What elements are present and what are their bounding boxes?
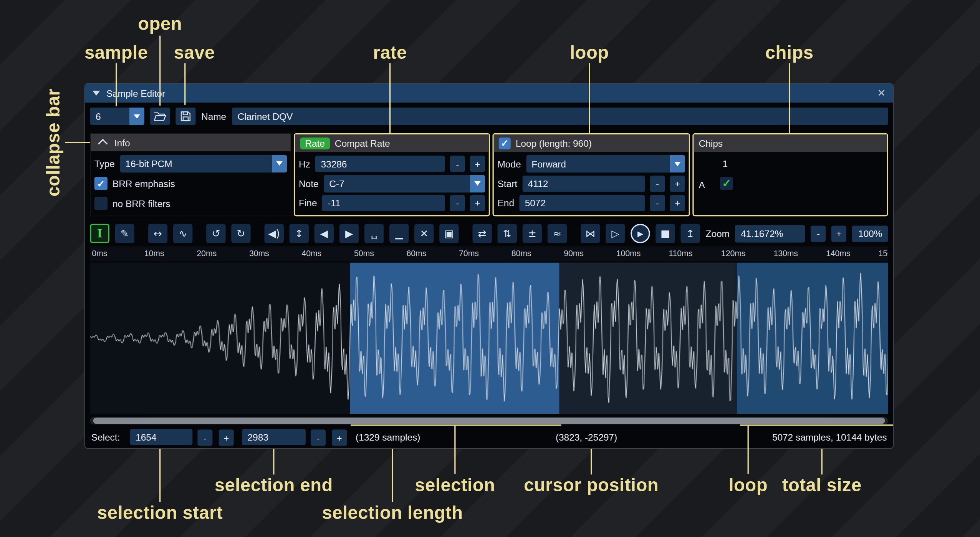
fade-in-button[interactable]: ◀ bbox=[315, 224, 334, 243]
annotation-line bbox=[454, 426, 455, 474]
annotation-sample: sample bbox=[84, 43, 148, 63]
no-brr-filters-label: no BRR filters bbox=[113, 198, 171, 209]
loop-start-increase-button[interactable]: + bbox=[670, 176, 685, 192]
window-close-button[interactable] bbox=[877, 88, 886, 98]
zoom-label: Zoom bbox=[706, 228, 730, 239]
annotation-selection-length: selection length bbox=[322, 503, 463, 524]
ruler-tick: 20ms bbox=[197, 249, 217, 258]
zoom-cluster: Zoom 41.1672% - + 100% bbox=[706, 225, 889, 242]
waveform-canvas[interactable] bbox=[90, 263, 888, 414]
chips-panel-header: Chips bbox=[694, 134, 887, 152]
scrollbar-thumb[interactable] bbox=[93, 418, 885, 424]
crossfade-button[interactable]: ⋈ bbox=[581, 224, 600, 243]
loop-end-input[interactable]: 5072 bbox=[519, 195, 645, 211]
chip-enable-checkbox[interactable] bbox=[720, 177, 733, 190]
stop-button[interactable]: ■ bbox=[656, 224, 675, 243]
loop-start-decrease-button[interactable]: - bbox=[650, 176, 665, 192]
selection-start-increase-button[interactable]: + bbox=[219, 429, 234, 446]
waveform-area[interactable] bbox=[90, 263, 888, 414]
zoom-out-button[interactable]: - bbox=[811, 225, 826, 242]
annotation-loop: loop bbox=[570, 43, 609, 63]
fine-input[interactable]: -11 bbox=[322, 195, 445, 211]
annotation-line bbox=[116, 63, 117, 106]
resize-button[interactable]: ↔ bbox=[148, 224, 167, 243]
ruler-tick: 40ms bbox=[301, 249, 321, 258]
selection-length-text: (1329 samples) bbox=[356, 432, 420, 443]
dropdown-arrow-icon[interactable] bbox=[470, 175, 485, 192]
redo-button[interactable]: ↻ bbox=[231, 224, 250, 243]
selection-end-increase-button[interactable]: + bbox=[332, 429, 347, 446]
dropdown-arrow-icon[interactable] bbox=[129, 108, 144, 125]
fine-increase-button[interactable]: + bbox=[470, 195, 485, 211]
dropdown-arrow-icon[interactable] bbox=[272, 155, 287, 172]
ruler-tick: 0ms bbox=[92, 249, 107, 258]
import-button[interactable]: ↥ bbox=[680, 224, 700, 243]
annotation-selection: selection bbox=[415, 475, 495, 496]
play-button[interactable]: ▶ bbox=[631, 224, 650, 243]
zoom-input[interactable]: 41.1672% bbox=[735, 225, 805, 242]
note-dropdown[interactable]: C-7 bbox=[324, 175, 485, 192]
zoom-value: 41.1672% bbox=[741, 228, 783, 239]
insert-silence-button[interactable]: ␣ bbox=[364, 224, 384, 243]
fade-out-button[interactable]: ▶ bbox=[339, 224, 359, 243]
hz-input[interactable]: 33286 bbox=[315, 156, 445, 172]
loop-end-decrease-button[interactable]: - bbox=[650, 195, 665, 211]
apply-silence-button[interactable]: ▁ bbox=[389, 224, 409, 243]
name-label: Name bbox=[201, 111, 226, 122]
dropdown-arrow-icon[interactable] bbox=[670, 155, 685, 173]
annotation-bracket-loop bbox=[740, 424, 893, 426]
brr-emphasis-checkbox[interactable] bbox=[94, 177, 108, 190]
open-sample-button[interactable] bbox=[150, 108, 170, 125]
type-dropdown[interactable]: 16-bit PCM bbox=[120, 155, 287, 172]
horizontal-scrollbar[interactable] bbox=[90, 417, 888, 425]
trim-button[interactable]: ▣ bbox=[439, 224, 459, 243]
rate-badge: Rate bbox=[300, 137, 330, 149]
annotation-line bbox=[273, 449, 274, 475]
select-tool-button[interactable]: I bbox=[90, 224, 109, 243]
zoom-in-button[interactable]: + bbox=[831, 225, 846, 242]
toolbar: I✎↔∿↺↻◀)↕◀▶␣▁✕▣⇄⇅±≈⋈▷▶■↥ Zoom 41.1672% -… bbox=[90, 224, 888, 243]
undo-button[interactable]: ↺ bbox=[206, 224, 225, 243]
sign-convert-button[interactable]: ± bbox=[523, 224, 542, 243]
window-collapse-icon[interactable] bbox=[93, 91, 100, 96]
zoom-reset-button[interactable]: 100% bbox=[852, 225, 888, 242]
hz-decrease-button[interactable]: - bbox=[450, 156, 465, 172]
loop-end-increase-button[interactable]: + bbox=[670, 195, 685, 211]
delete-button[interactable]: ✕ bbox=[414, 224, 434, 243]
sample-selector-dropdown[interactable]: 6 bbox=[90, 108, 144, 125]
filter-button[interactable]: ≈ bbox=[548, 224, 567, 243]
fine-decrease-button[interactable]: - bbox=[450, 195, 465, 211]
selection-end-input[interactable]: 2983 bbox=[242, 429, 306, 445]
draw-tool-button[interactable]: ✎ bbox=[115, 224, 134, 243]
invert-button[interactable]: ⇅ bbox=[498, 224, 517, 243]
annotation-line bbox=[159, 36, 161, 106]
save-sample-button[interactable] bbox=[175, 108, 195, 125]
titlebar[interactable]: Sample Editor bbox=[85, 84, 893, 103]
loop-start-input[interactable]: 4112 bbox=[522, 176, 645, 192]
normalize-button[interactable]: ↕ bbox=[290, 224, 309, 243]
status-bar: Select: 1654 - + 2983 - + (1329 samples)… bbox=[90, 428, 888, 447]
selection-start-input[interactable]: 1654 bbox=[130, 429, 193, 445]
amplify-button[interactable]: ◀) bbox=[264, 224, 283, 243]
no-brr-filters-checkbox[interactable] bbox=[94, 197, 108, 210]
chips-panel: Chips 1 A bbox=[692, 133, 888, 216]
annotation-line bbox=[159, 449, 161, 502]
resample-button[interactable]: ∿ bbox=[173, 224, 192, 243]
selection-start-decrease-button[interactable]: - bbox=[197, 429, 212, 446]
loop-enable-checkbox[interactable] bbox=[499, 137, 511, 149]
annotation-loop-bottom: loop bbox=[728, 475, 768, 496]
loop-mode-dropdown[interactable]: Forward bbox=[526, 155, 685, 173]
loop-end-label: End bbox=[498, 198, 514, 209]
type-value: 16-bit PCM bbox=[120, 158, 272, 169]
annotation-line bbox=[591, 449, 592, 475]
reverse-button[interactable]: ⇄ bbox=[472, 224, 492, 243]
collapse-bar-button[interactable] bbox=[96, 136, 109, 149]
selection-end-decrease-button[interactable]: - bbox=[311, 429, 326, 446]
timeline-ruler[interactable]: 0ms10ms20ms30ms40ms50ms60ms70ms80ms90ms1… bbox=[90, 246, 888, 261]
annotation-selection-end: selection end bbox=[215, 475, 333, 496]
sample-editor-window: Sample Editor 6 Name bbox=[84, 83, 894, 449]
info-header-label: Info bbox=[114, 137, 130, 148]
top-row: 6 Name Clarinet DQV bbox=[90, 108, 888, 125]
preview-button[interactable]: ▷ bbox=[606, 224, 625, 243]
hz-increase-button[interactable]: + bbox=[470, 156, 485, 172]
